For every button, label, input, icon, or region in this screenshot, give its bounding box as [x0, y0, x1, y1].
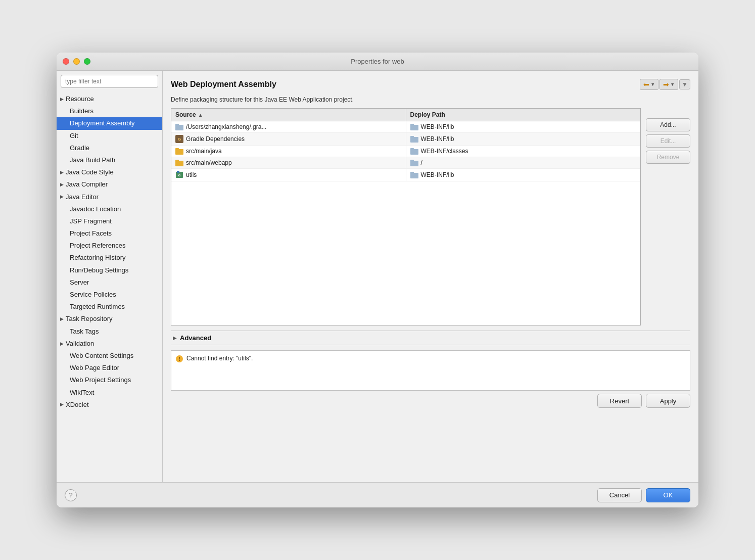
sidebar-item-resource[interactable]: ▶ Resource — [57, 93, 162, 105]
sidebar-item-wikitext[interactable]: WikiText — [57, 387, 162, 399]
sidebar-item-web-page-editor[interactable]: Web Page Editor — [57, 362, 162, 374]
back-button[interactable]: ⬅ ▼ — [640, 79, 658, 90]
expand-arrow-icon: ▶ — [59, 341, 65, 347]
deploy-cell: WEB-INF/lib — [406, 121, 641, 132]
folder-gray-icon — [410, 159, 418, 166]
sidebar-item-web-project-settings[interactable]: Web Project Settings — [57, 374, 162, 386]
apply-button[interactable]: Apply — [646, 394, 690, 408]
sidebar-item-java-build-path[interactable]: Java Build Path — [57, 154, 162, 166]
advanced-label: Advanced — [180, 334, 211, 342]
deploy-path: WEB-INF/lib — [421, 123, 454, 130]
description-text: Define packaging structure for this Java… — [171, 96, 690, 103]
error-area: ! Cannot find entry: "utils". — [171, 350, 690, 391]
sidebar-item-targeted-runtimes[interactable]: Targeted Runtimes — [57, 301, 162, 313]
sidebar-item-git[interactable]: Git — [57, 130, 162, 142]
table-empty-area — [171, 181, 640, 272]
deploy-cell: / — [406, 157, 641, 168]
col-source-header: Source ▲ — [171, 109, 406, 121]
svg-rect-7 — [175, 148, 179, 150]
sidebar-item-java-code-style[interactable]: ▶ Java Code Style — [57, 166, 162, 178]
close-button[interactable] — [63, 58, 69, 65]
sidebar-item-task-tags[interactable]: Task Tags — [57, 325, 162, 338]
sidebar-item-label: Java Code Style — [66, 168, 114, 177]
advanced-collapse-icon: ▶ — [173, 335, 177, 341]
deployment-table: Source ▲ Deploy Path — [171, 108, 641, 325]
footer: ? Cancel OK — [57, 482, 698, 507]
maximize-button[interactable] — [84, 58, 90, 65]
sidebar-item-label: Task Tags — [70, 327, 99, 336]
minimize-button[interactable] — [73, 58, 80, 65]
sidebar-item-jsp-fragment[interactable]: JSP Fragment — [57, 215, 162, 227]
error-message: Cannot find entry: "utils". — [186, 355, 253, 362]
source-path: src/main/webapp — [186, 159, 232, 166]
sidebar-item-java-editor[interactable]: ▶ Java Editor — [57, 191, 162, 203]
table-header: Source ▲ Deploy Path — [171, 109, 640, 121]
sidebar-item-label: Project Facets — [70, 229, 112, 238]
revert-button[interactable]: Revert — [597, 394, 642, 408]
page-title: Web Deployment Assembly — [171, 80, 276, 89]
dropdown-arrow-icon: ▼ — [650, 82, 655, 87]
sidebar-item-project-references[interactable]: Project References — [57, 240, 162, 252]
titlebar: Properties for web — [57, 53, 698, 71]
sidebar-item-web-content-settings[interactable]: Web Content Settings — [57, 350, 162, 362]
window-title: Properties for web — [351, 58, 404, 65]
table-row[interactable]: G utils WEB-INF/lib — [171, 169, 640, 181]
source-path: utils — [186, 171, 197, 178]
sidebar-item-refactoring-history[interactable]: Refactoring History — [57, 252, 162, 264]
edit-button[interactable]: Edit... — [646, 134, 690, 148]
sidebar-item-deployment-assembly[interactable]: Deployment Assembly — [57, 117, 162, 129]
sidebar-item-label: Gradle — [70, 144, 89, 153]
sidebar-item-task-repository[interactable]: ▶ Task Repository — [57, 313, 162, 325]
sidebar-item-run-debug-settings[interactable]: Run/Debug Settings — [57, 264, 162, 276]
sidebar-item-label: Java Editor — [66, 193, 99, 202]
back-arrow-icon: ⬅ — [643, 80, 649, 88]
sidebar-item-xdoclet[interactable]: ▶ XDoclet — [57, 399, 162, 411]
folder-gray-icon — [410, 148, 418, 155]
search-box[interactable] — [61, 75, 158, 88]
sidebar-item-builders[interactable]: Builders — [57, 105, 162, 117]
right-action-buttons: Add... Edit... Remove — [646, 108, 690, 325]
sidebar-item-java-compiler[interactable]: ▶ Java Compiler — [57, 178, 162, 191]
advanced-section: ▶ Advanced — [171, 331, 690, 345]
svg-rect-15 — [177, 171, 179, 173]
sidebar-item-server[interactable]: Server — [57, 276, 162, 289]
col-deploy-header: Deploy Path — [406, 109, 641, 121]
expand-arrow-icon: ▶ — [59, 194, 65, 200]
forward-button[interactable]: ➡ ▼ — [659, 79, 678, 90]
sidebar-item-label: Service Policies — [70, 290, 116, 299]
content-area: Web Deployment Assembly ⬅ ▼ ➡ ▼ ▼ Define… — [163, 71, 698, 482]
sidebar-item-label: Run/Debug Settings — [70, 266, 128, 275]
table-row[interactable]: src/main/java WEB-INF/classes — [171, 146, 640, 157]
sidebar-item-label: Deployment Assembly — [70, 119, 135, 128]
sidebar-item-label: Project References — [70, 241, 126, 250]
folder-gray-icon — [410, 135, 418, 143]
sidebar-item-label: WikiText — [70, 388, 94, 397]
remove-button[interactable]: Remove — [646, 151, 690, 164]
sidebar-item-gradle[interactable]: Gradle — [57, 142, 162, 154]
table-row[interactable]: /Users/zhangxiansheng/.gra... WEB-INF/li… — [171, 121, 640, 133]
sidebar: ▶ Resource Builders Deployment Assembly … — [57, 71, 163, 482]
gradle-icon: G — [175, 135, 183, 143]
cancel-button[interactable]: Cancel — [597, 488, 642, 502]
sidebar-item-label: Web Content Settings — [70, 351, 133, 360]
menu-dropdown-button[interactable]: ▼ — [679, 79, 690, 89]
source-cell: /Users/zhangxiansheng/.gra... — [171, 121, 406, 132]
help-button[interactable]: ? — [65, 489, 77, 501]
sidebar-item-validation[interactable]: ▶ Validation — [57, 338, 162, 350]
add-button[interactable]: Add... — [646, 118, 690, 131]
search-input[interactable] — [61, 75, 158, 88]
expand-arrow-icon: ▶ — [59, 316, 65, 322]
svg-rect-3 — [410, 124, 414, 126]
advanced-header[interactable]: ▶ Advanced — [171, 331, 690, 345]
utils-icon: G — [175, 171, 183, 179]
source-cell: G Gradle Dependencies — [171, 133, 406, 145]
table-row[interactable]: G Gradle Dependencies WEB-INF/lib — [171, 133, 640, 146]
sidebar-item-javadoc-location[interactable]: Javadoc Location — [57, 203, 162, 215]
table-row[interactable]: src/main/webapp / — [171, 157, 640, 169]
sidebar-item-project-facets[interactable]: Project Facets — [57, 227, 162, 240]
sidebar-item-service-policies[interactable]: Service Policies — [57, 289, 162, 301]
expand-arrow-icon: ▶ — [59, 169, 65, 175]
main-content: ▶ Resource Builders Deployment Assembly … — [57, 71, 698, 482]
ok-button[interactable]: OK — [646, 488, 690, 502]
sidebar-item-label: XDoclet — [66, 400, 89, 409]
